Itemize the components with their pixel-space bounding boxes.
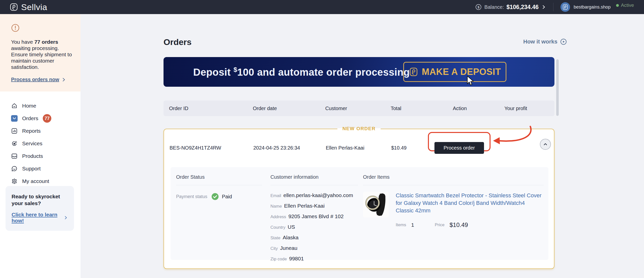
- check-circle-icon: [211, 193, 219, 200]
- product-title-link[interactable]: Classic Smartwatch Bezel Protector - Sta…: [396, 192, 543, 214]
- play-circle-icon: [560, 38, 567, 45]
- process-orders-now-link[interactable]: Process orders now: [11, 77, 74, 82]
- order-items-title: Order Items: [363, 174, 544, 180]
- topbar-right: $ Balance: $106,234.46 bestbargains.shop…: [475, 0, 634, 14]
- order-customer-cell: Ellen Perlas-Kaai: [326, 145, 391, 151]
- sidebar: You have 77 orders awaiting processing. …: [0, 14, 80, 278]
- support-chat-icon: [11, 165, 18, 172]
- sidebar-item-products[interactable]: Products: [0, 150, 80, 162]
- new-order-label: NEW ORDER: [337, 126, 381, 131]
- field-state: StateAlaska: [270, 235, 358, 241]
- order-id-cell: BES-NO9Z4H1TZ4RW: [170, 145, 253, 151]
- sidebar-item-orders[interactable]: Orders 77: [0, 112, 80, 125]
- shop-name[interactable]: bestbargains.shop: [574, 5, 611, 10]
- chevron-right-icon: [61, 77, 66, 82]
- order-date-cell: 2024-04-25 23:26:34: [253, 145, 326, 151]
- section-divider: [176, 185, 262, 185]
- sidebar-item-my-account[interactable]: My account: [0, 175, 80, 188]
- sidebar-item-home[interactable]: Home: [0, 100, 80, 112]
- orders-count-badge: 77: [43, 114, 51, 123]
- balance-label: Balance:: [484, 4, 504, 10]
- orders-table-header: Order ID Order date Customer Total Actio…: [164, 101, 554, 116]
- topbar-divider: [553, 3, 553, 11]
- reports-icon: [11, 128, 18, 134]
- sidebar-nav: Home Orders 77 Reports Services: [0, 100, 80, 188]
- chevron-right-icon: [63, 215, 68, 220]
- chevron-right-icon: [541, 5, 546, 10]
- page-title: Orders: [164, 37, 192, 47]
- order-details-panel: Order Status Payment status Paid Custome…: [171, 167, 548, 260]
- svg-text:$: $: [478, 5, 480, 9]
- customer-info-title: Customer information: [270, 174, 358, 180]
- column-your-profit: Your profit: [504, 106, 549, 111]
- alert-circle-icon: [11, 24, 74, 32]
- order-table-row[interactable]: BES-NO9Z4H1TZ4RW 2024-04-25 23:26:34 Ell…: [164, 129, 554, 166]
- order-status-title: Order Status: [176, 174, 262, 180]
- payment-status-value: Paid: [222, 194, 232, 200]
- section-divider: [363, 185, 544, 185]
- process-order-button[interactable]: Process order: [434, 142, 484, 154]
- status-label: Active: [621, 3, 634, 8]
- order-action-cell: Process order: [453, 142, 505, 154]
- product-info: Classic Smartwatch Bezel Protector - Sta…: [396, 192, 543, 228]
- field-address: Address9205 James Blvd # 102: [270, 213, 358, 219]
- orders-alert-panel: You have 77 orders awaiting processing. …: [0, 14, 80, 91]
- orders-bag-icon: [11, 115, 18, 122]
- product-meta: Items 1 Price $10.49: [396, 221, 543, 228]
- vertical-scrollbar-thumb[interactable]: [556, 59, 559, 116]
- column-action: Action: [453, 106, 504, 111]
- deposit-banner: Deposit $100 and automate order processi…: [164, 57, 554, 87]
- sidebar-item-services[interactable]: Services: [0, 137, 80, 150]
- column-order-id: Order ID: [169, 106, 253, 111]
- sidebar-item-support[interactable]: Support: [0, 162, 80, 175]
- brand-logo[interactable]: Sellvia: [10, 2, 47, 12]
- gear-icon: [11, 178, 18, 184]
- make-a-deposit-button[interactable]: MAKE A DEPOSIT: [403, 62, 506, 82]
- chevron-up-icon: [543, 142, 548, 147]
- payment-status-row: Payment status Paid: [176, 193, 262, 200]
- sellvia-pin-icon: [10, 3, 18, 11]
- column-order-date: Order date: [253, 106, 325, 111]
- dollar-icon: $: [475, 4, 482, 10]
- promo-title: Ready to skyrocket your sales?: [12, 193, 68, 207]
- home-icon: [11, 103, 18, 109]
- field-zip: Zip code99801: [270, 256, 358, 262]
- brand-name: Sellvia: [21, 2, 47, 12]
- active-status: Active: [616, 3, 634, 8]
- product-image: [363, 192, 389, 217]
- sidebar-item-reports[interactable]: Reports: [0, 125, 80, 137]
- item-price: $10.49: [450, 221, 468, 228]
- field-email: Emailellen.perlas-kaai@yahoo.com: [270, 192, 358, 198]
- how-it-works-link[interactable]: How it works: [523, 38, 567, 45]
- order-items-section: Order Items: [363, 174, 544, 228]
- sellvia-pin-icon: [409, 67, 418, 77]
- deposit-banner-text: Deposit $100 and automate order processi…: [193, 66, 410, 78]
- alert-text: You have 77 orders awaiting processing. …: [11, 39, 74, 70]
- order-status-section: Order Status Payment status Paid: [176, 174, 262, 200]
- balance-value: $106,234.46: [506, 4, 539, 11]
- column-customer: Customer: [325, 106, 391, 111]
- collapse-order-button[interactable]: [540, 139, 551, 150]
- customer-info-section: Customer information Emailellen.perlas-k…: [270, 174, 358, 266]
- promo-learn-link[interactable]: Click here to learn how!: [12, 212, 68, 224]
- promo-card: Ready to skyrocket your sales? Click her…: [6, 186, 74, 231]
- section-divider: [270, 185, 358, 185]
- products-icon: [11, 153, 18, 159]
- field-country: CountryUS: [270, 224, 358, 230]
- customer-fields: Emailellen.perlas-kaai@yahoo.com NameEll…: [270, 192, 358, 262]
- status-dot-icon: [616, 4, 619, 7]
- new-order-card: NEW ORDER BES-NO9Z4H1TZ4RW 2024-04-25 23…: [164, 129, 554, 269]
- services-icon: [11, 140, 18, 147]
- items-count: 1: [411, 222, 414, 228]
- field-name: NameEllen Perlas-Kaai: [270, 203, 358, 209]
- field-city: CityJuneau: [270, 245, 358, 251]
- topbar: Sellvia $ Balance: $106,234.46: [0, 0, 644, 14]
- order-item: Classic Smartwatch Bezel Protector - Sta…: [363, 192, 544, 228]
- column-total: Total: [391, 106, 453, 111]
- shop-avatar[interactable]: [560, 2, 570, 12]
- balance-button[interactable]: $ Balance: $106,234.46: [475, 4, 546, 11]
